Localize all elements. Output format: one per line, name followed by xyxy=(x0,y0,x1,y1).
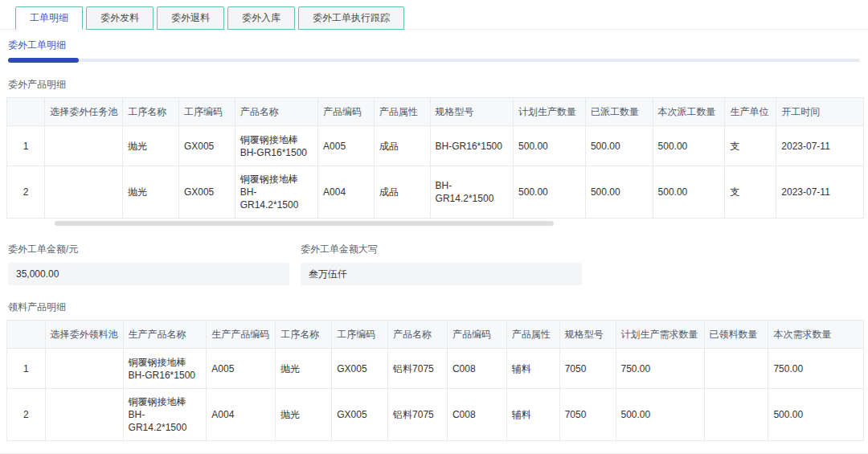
tab-0[interactable]: 工单明细 xyxy=(15,6,83,30)
tab-3[interactable]: 委外入库 xyxy=(227,6,295,30)
tab-1[interactable]: 委外发料 xyxy=(86,6,154,30)
table-cell: 铝料7075 xyxy=(388,389,448,441)
table-cell: 抛光 xyxy=(276,389,332,441)
table-cell: 2023-07-11 xyxy=(776,126,864,166)
table-cell: 成品 xyxy=(374,126,430,166)
table-cell: 500.00 xyxy=(585,126,653,166)
column-header: 生产单位 xyxy=(725,98,776,126)
material-products-label: 领料产品明细 xyxy=(8,301,862,314)
column-header: 开工时间 xyxy=(776,98,864,126)
table-cell: 750.00 xyxy=(616,349,704,389)
amount-field: 委外工单金额/元 35,000.00 xyxy=(8,243,289,285)
amount-words-field: 委外工单金额大写 叁万伍仟 xyxy=(301,243,582,285)
table-cell: 抛光 xyxy=(276,349,332,389)
column-header: 选择委外任务池 xyxy=(45,98,123,126)
outsourced-products-label: 委外产品明细 xyxy=(8,78,862,92)
table-cell: 铜覆钢接地棒 BH-GR16*1500 xyxy=(123,349,207,389)
table-cell: A004 xyxy=(207,389,276,441)
column-header: 选择委外领料池 xyxy=(45,321,123,349)
table-cell: 500.00 xyxy=(653,126,725,166)
column-header: 已派工数量 xyxy=(585,98,653,126)
amount-value-field: 35,000.00 xyxy=(8,263,289,285)
table-cell: GX005 xyxy=(178,166,235,219)
table-cell: 抛光 xyxy=(123,166,179,219)
table-row: 1抛光GX005铜覆钢接地棒 BH-GR16*1500A005成品BH-GR16… xyxy=(7,126,864,166)
table-cell: 辅料 xyxy=(506,389,559,441)
amount-label: 委外工单金额/元 xyxy=(8,243,289,256)
progress-track xyxy=(8,59,860,62)
table-cell: A005 xyxy=(207,349,276,389)
tab-4[interactable]: 委外工单执行跟踪 xyxy=(298,6,404,30)
column-header: 生产产品编码 xyxy=(207,321,276,349)
table-cell: 2023-07-11 xyxy=(776,166,864,219)
column-header: 产品编码 xyxy=(318,98,375,126)
column-header: 计划生产需求数量 xyxy=(616,321,704,349)
column-header: 产品属性 xyxy=(506,321,559,349)
material-products-table-wrap: 选择委外领料池生产产品名称生产产品编码工序名称工序编码产品名称产品编码产品属性规… xyxy=(6,320,864,441)
table-cell: C008 xyxy=(447,349,506,389)
table-cell: 500.00 xyxy=(585,166,653,219)
column-header: 产品名称 xyxy=(235,98,317,126)
table-cell: 7050 xyxy=(559,349,616,389)
tab-2[interactable]: 委外退料 xyxy=(157,6,224,30)
tab-bar: 工单明细委外发料委外退料委外入库委外工单执行跟踪 xyxy=(0,0,868,30)
horizontal-scrollbar-thumb[interactable] xyxy=(55,221,554,226)
horizontal-scrollbar xyxy=(6,219,868,229)
table-cell: GX005 xyxy=(178,126,235,166)
table-cell: GX005 xyxy=(332,349,388,389)
column-header: 本次派工数量 xyxy=(653,98,725,126)
table-cell: A005 xyxy=(318,126,375,166)
outsourced-products-table-wrap: 选择委外任务池工序名称工序编码产品名称产品编码产品属性规格型号计划生产数量已派工… xyxy=(6,97,864,219)
table-cell: 支 xyxy=(725,126,776,166)
table-cell xyxy=(45,349,123,389)
table-cell: 2 xyxy=(7,166,45,219)
table-cell: BH-GR14.2*1500 xyxy=(430,166,513,219)
table-cell: 500.00 xyxy=(616,389,704,441)
progress-bar xyxy=(8,58,860,63)
column-header: 规格型号 xyxy=(430,98,513,126)
page-title: 委外工单明细 xyxy=(8,39,862,52)
amount-words-value-field: 叁万伍仟 xyxy=(301,263,582,285)
table-cell: 500.00 xyxy=(514,126,586,166)
column-header xyxy=(7,98,45,126)
column-header: 本次需求数量 xyxy=(768,321,864,349)
progress-fill xyxy=(8,58,79,63)
table-cell: 铝料7075 xyxy=(388,349,448,389)
table-cell: GX005 xyxy=(332,389,388,441)
outsourced-products-table: 选择委外任务池工序名称工序编码产品名称产品编码产品属性规格型号计划生产数量已派工… xyxy=(6,97,864,219)
table-cell xyxy=(45,126,123,166)
table-cell: 1 xyxy=(7,126,45,166)
table-cell: 铜覆钢接地棒 BH-GR14.2*1500 xyxy=(123,389,207,441)
table-cell xyxy=(704,349,768,389)
amount-words-label: 委外工单金额大写 xyxy=(301,243,582,256)
table-cell: A004 xyxy=(318,166,375,219)
column-header: 工序名称 xyxy=(276,321,332,349)
table-cell xyxy=(45,166,123,219)
column-header: 产品属性 xyxy=(374,98,430,126)
material-products-table: 选择委外领料池生产产品名称生产产品编码工序名称工序编码产品名称产品编码产品属性规… xyxy=(6,320,864,441)
table-cell: 750.00 xyxy=(768,349,864,389)
table-cell: 1 xyxy=(7,349,46,389)
table-cell: 铜覆钢接地棒 BH-GR14.2*1500 xyxy=(235,166,317,219)
table-row: 2铜覆钢接地棒 BH-GR14.2*1500A004抛光GX005铝料7075C… xyxy=(7,389,864,441)
column-header: 计划生产数量 xyxy=(514,98,586,126)
table-cell: 铜覆钢接地棒 BH-GR16*1500 xyxy=(235,126,317,166)
table-cell: 抛光 xyxy=(123,126,179,166)
table-cell: 500.00 xyxy=(514,166,586,219)
table-cell: 7050 xyxy=(559,389,616,441)
column-header: 产品编码 xyxy=(447,321,506,349)
table-cell xyxy=(45,389,123,441)
table-cell: 500.00 xyxy=(768,389,864,441)
table-cell: 500.00 xyxy=(653,166,725,219)
column-header: 工序编码 xyxy=(332,321,388,349)
table-cell: BH-GR16*1500 xyxy=(430,126,513,166)
column-header: 已领料数量 xyxy=(704,321,768,349)
column-header: 生产产品名称 xyxy=(123,321,207,349)
table-row: 2抛光GX005铜覆钢接地棒 BH-GR14.2*1500A004成品BH-GR… xyxy=(7,166,864,219)
table-row: 1铜覆钢接地棒 BH-GR16*1500A005抛光GX005铝料7075C00… xyxy=(7,349,864,389)
table-cell xyxy=(704,389,768,441)
amount-fields-row: 委外工单金额/元 35,000.00 委外工单金额大写 叁万伍仟 xyxy=(8,243,868,285)
table-cell: 2 xyxy=(7,389,46,441)
column-header: 工序编码 xyxy=(178,98,235,126)
table-cell: 辅料 xyxy=(506,349,559,389)
